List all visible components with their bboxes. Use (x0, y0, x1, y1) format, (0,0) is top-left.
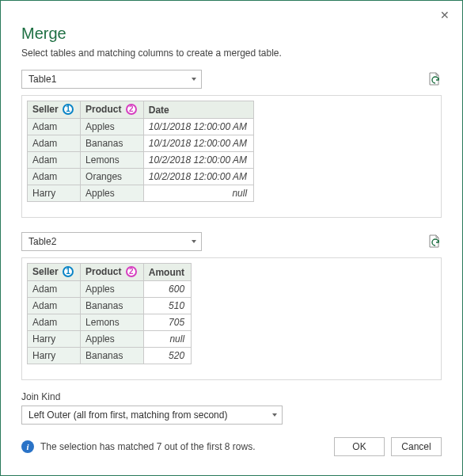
table2-grid[interactable]: Seller 1 Product 2 Amount AdamApples600 … (27, 263, 192, 364)
col-seller[interactable]: Seller 1 (28, 264, 81, 281)
table1-select-value: Table1 (28, 74, 56, 85)
table-row: HarryApplesnull (28, 185, 254, 202)
refresh-preview-icon[interactable] (427, 234, 442, 249)
table2-select-value: Table2 (28, 236, 56, 247)
table1-grid[interactable]: Seller 1 Product 2 Date AdamApples10/1/2… (27, 101, 254, 202)
dialog-subtitle: Select tables and matching columns to cr… (21, 48, 442, 59)
match-badge-2: 2 (126, 104, 137, 115)
join-kind-select[interactable]: Left Outer (all from first, matching fro… (21, 406, 283, 425)
col-seller[interactable]: Seller 1 (28, 101, 81, 119)
table-row: AdamBananas510 (28, 298, 192, 314)
match-badge-1: 1 (63, 266, 74, 277)
join-kind-label: Join Kind (21, 391, 442, 402)
table-row: AdamLemons705 (28, 314, 192, 331)
chevron-down-icon (192, 78, 196, 81)
chevron-down-icon (192, 240, 196, 243)
col-product[interactable]: Product 2 (81, 264, 144, 281)
table-header-row[interactable]: Seller 1 Product 2 Date (28, 101, 254, 119)
chevron-down-icon (272, 413, 277, 417)
match-badge-2: 2 (126, 266, 137, 277)
join-kind-value: Left Outer (all from first, matching fro… (28, 409, 227, 421)
status-message: The selection has matched 7 out of the f… (40, 441, 328, 452)
dialog-title: Merge (21, 25, 442, 43)
table2-preview: Seller 1 Product 2 Amount AdamApples600 … (21, 257, 442, 380)
table2-select[interactable]: Table2 (21, 232, 202, 251)
close-icon[interactable]: ✕ (440, 9, 450, 21)
table-row: AdamLemons10/2/2018 12:00:00 AM (28, 152, 254, 169)
table-row: AdamBananas10/1/2018 12:00:00 AM (28, 135, 254, 152)
table-row: AdamOranges10/2/2018 12:00:00 AM (28, 169, 254, 185)
refresh-preview-icon[interactable] (427, 72, 442, 86)
table-row: HarryBananas520 (28, 348, 192, 364)
ok-button[interactable]: OK (334, 437, 385, 456)
col-date[interactable]: Date (143, 101, 253, 119)
table1-preview: Seller 1 Product 2 Date AdamApples10/1/2… (21, 95, 442, 218)
dialog-body: Merge Select tables and matching columns… (4, 4, 459, 466)
col-amount[interactable]: Amount (143, 264, 191, 281)
cancel-button[interactable]: Cancel (391, 437, 442, 456)
table1-select[interactable]: Table1 (21, 70, 202, 89)
table-row: AdamApples600 (28, 281, 192, 298)
info-icon: i (21, 440, 34, 453)
col-product[interactable]: Product 2 (81, 101, 144, 119)
table-row: HarryApplesnull (28, 331, 192, 348)
match-badge-1: 1 (63, 104, 74, 115)
table-row: AdamApples10/1/2018 12:00:00 AM (28, 119, 254, 135)
table-header-row[interactable]: Seller 1 Product 2 Amount (28, 264, 192, 281)
